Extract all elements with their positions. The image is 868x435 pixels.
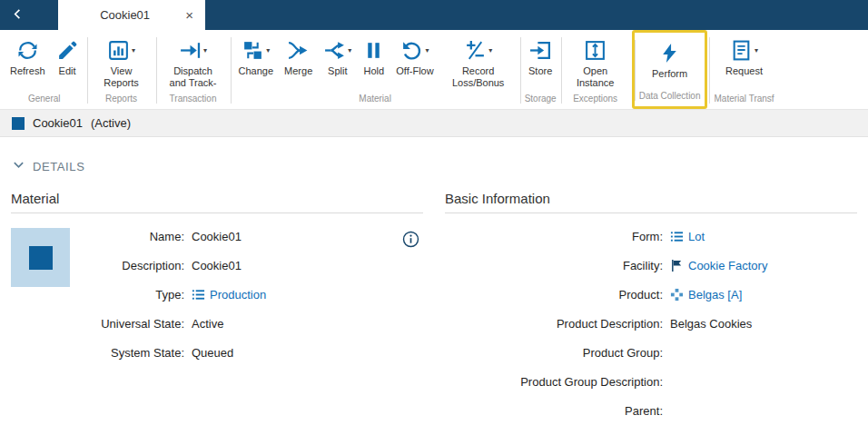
dropdown-caret-icon: ▾ (425, 46, 429, 54)
universal-state-value: Active (192, 317, 223, 331)
pause-icon (362, 39, 385, 62)
context-header: Cookie01 (Active) (0, 110, 868, 137)
field-row-product-group-description: Product Group Description: (445, 373, 857, 391)
merge-button[interactable]: Merge (279, 33, 318, 77)
group-label-transaction: Transaction (159, 91, 228, 107)
dropdown-caret-icon: ▾ (488, 46, 492, 54)
view-reports-button[interactable]: ▾ View Reports (90, 33, 153, 89)
toolbar-group-storage: Store Storage (520, 30, 561, 109)
dropdown-caret-icon: ▾ (132, 46, 135, 54)
dropdown-caret-icon: ▾ (348, 46, 351, 54)
store-button[interactable]: Store (523, 33, 557, 77)
toolbar-group-transaction: ▾ Dispatch and Track- Transaction (156, 30, 231, 109)
group-label-storage: Storage (523, 91, 558, 107)
edit-button[interactable]: Edit (51, 33, 84, 77)
request-button[interactable]: ▾ Request (720, 33, 768, 77)
undo-arrow-icon (400, 39, 423, 62)
material-panel: Material Name: Cookie01 Description: Coo… (11, 191, 423, 431)
product-icon (670, 288, 684, 302)
system-state-value: Queued (192, 346, 233, 360)
pencil-icon (56, 39, 79, 62)
material-thumbnail (11, 228, 70, 287)
facility-link[interactable]: Cookie Factory (670, 259, 767, 272)
record-loss-bonus-button[interactable]: ▾ Record Loss/Bonus (439, 33, 518, 89)
field-row-description: Description: Cookie01 (81, 257, 423, 274)
field-row-product-description: Product Description: Belgas Cookies (445, 315, 857, 332)
material-name-value: Cookie01 (192, 230, 242, 243)
type-link[interactable]: Production (192, 288, 266, 302)
list-icon (670, 230, 684, 243)
dispatch-and-track-button[interactable]: ▾ Dispatch and Track- (159, 33, 228, 89)
chevron-left-icon (12, 7, 24, 24)
off-flow-button[interactable]: ▾ Off-Flow (390, 33, 439, 77)
store-box-icon (529, 39, 552, 62)
toolbar-group-reports: ▾ View Reports Reports (87, 30, 156, 109)
toolbar-group-material-transfer: ▾ Request Material Transf (709, 30, 778, 109)
field-row-product-group: Product Group: (445, 344, 857, 361)
material-heading: Material (11, 191, 423, 213)
details-content: Material Name: Cookie01 Description: Coo… (0, 183, 868, 431)
field-row-parent: Parent: (445, 402, 857, 420)
perform-button[interactable]: Perform (646, 35, 693, 80)
refresh-button[interactable]: Refresh (5, 33, 51, 77)
form-link[interactable]: Lot (670, 230, 705, 243)
open-instance-button[interactable]: Open Instance (564, 33, 627, 89)
field-row-name: Name: Cookie01 (81, 228, 423, 245)
field-row-facility: Facility: Cookie Factory (445, 257, 857, 274)
dropdown-caret-icon: ▾ (755, 46, 758, 54)
close-icon[interactable]: × (182, 6, 196, 24)
bar-chart-icon (107, 39, 130, 62)
group-label-data-collection: Data Collection (637, 88, 703, 104)
document-icon (730, 39, 753, 62)
tab-cookie01[interactable]: Cookie01 × (58, 0, 205, 30)
lightning-bolt-icon (658, 42, 681, 64)
chevron-down-icon (13, 158, 25, 174)
material-description-value: Cookie01 (192, 259, 242, 272)
details-section-toggle[interactable]: DETAILS (0, 137, 868, 183)
plus-minus-icon (464, 39, 487, 62)
product-description-value: Belgas Cookies (670, 317, 752, 331)
group-label-exceptions: Exceptions (564, 91, 627, 107)
field-row-type: Type: Production (81, 286, 423, 303)
basic-information-heading: Basic Information (445, 191, 857, 213)
toolbar-group-general: Refresh Edit General (2, 30, 87, 109)
group-label-general: General (5, 91, 84, 107)
context-title: Cookie01 (33, 116, 83, 130)
context-status: (Active) (91, 116, 131, 130)
basic-information-panel: Basic Information Form: Lot Facility: Co… (445, 191, 857, 431)
field-row-form: Form: Lot (445, 228, 857, 245)
list-icon (192, 288, 205, 302)
product-link[interactable]: Belgas [A] (670, 288, 742, 302)
material-thumbnail-square (29, 246, 53, 270)
tab-title: Cookie01 (67, 8, 182, 22)
dispatch-arrow-icon (179, 39, 202, 62)
group-label-reports: Reports (90, 91, 153, 107)
dropdown-caret-icon: ▾ (203, 46, 207, 54)
group-label-material-transfer: Material Transf (712, 91, 775, 107)
top-bar: Cookie01 × (0, 0, 868, 30)
merge-arrows-icon (287, 39, 310, 62)
field-row-system-state: System State: Queued (81, 344, 423, 361)
split-button[interactable]: ▾ Split (318, 33, 357, 77)
toolbar-group-data-collection: Perform Data Collection (632, 30, 708, 109)
back-button[interactable] (0, 0, 35, 30)
toolbar-group-material: ▾ Change Merge ▾ Split Hold (231, 30, 520, 109)
ribbon-toolbar: Refresh Edit General ▾ View Reports Repo… (0, 30, 868, 110)
material-square-icon (12, 117, 25, 130)
details-section-label: DETAILS (33, 160, 84, 173)
field-row-universal-state: Universal State: Active (81, 315, 423, 332)
refresh-icon (16, 39, 39, 62)
group-label-material: Material (233, 91, 518, 107)
hold-button[interactable]: Hold (357, 33, 390, 77)
field-row-product: Product: Belgas [A] (445, 286, 857, 303)
toolbar-group-exceptions: Open Instance Exceptions (561, 30, 630, 109)
change-button[interactable]: ▾ Change (233, 33, 280, 77)
split-arrows-icon (323, 39, 346, 62)
flag-icon (670, 259, 684, 272)
open-instance-icon (584, 39, 607, 62)
dropdown-caret-icon: ▾ (266, 46, 270, 54)
info-icon[interactable] (402, 231, 419, 248)
change-swap-icon (242, 39, 264, 62)
